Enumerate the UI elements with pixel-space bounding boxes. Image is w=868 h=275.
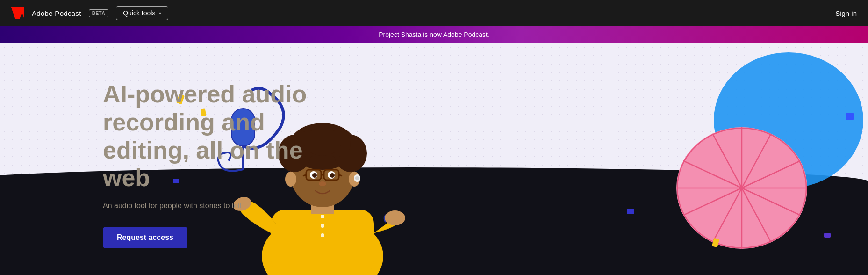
hero-title: AI-powered audio recording and editing, …	[103, 80, 346, 192]
mesh-svg	[676, 127, 807, 249]
navbar-left: Adobe Podcast BETA Quick tools ▾	[11, 6, 168, 20]
chevron-down-icon: ▾	[159, 11, 161, 16]
request-access-button[interactable]: Request access	[103, 227, 187, 248]
announcement-bar: Project Shasta is now Adobe Podcast.	[0, 26, 868, 43]
hero-content: AI-powered audio recording and editing, …	[103, 80, 346, 248]
brand-name: Adobe Podcast	[32, 9, 81, 17]
circle-pink-mesh	[676, 127, 807, 249]
hero-subtitle: An audio tool for people with stories to…	[103, 202, 346, 210]
confetti-blue-2	[627, 209, 634, 214]
beta-badge: BETA	[89, 9, 108, 17]
adobe-icon	[11, 7, 24, 19]
svg-point-34	[355, 176, 359, 180]
navbar: Adobe Podcast BETA Quick tools ▾ Sign in	[0, 0, 868, 26]
sign-in-link[interactable]: Sign in	[835, 9, 857, 17]
confetti-blue-corner	[846, 113, 854, 120]
quick-tools-button[interactable]: Quick tools ▾	[116, 6, 168, 20]
svg-point-41	[385, 210, 405, 225]
confetti-purple-1	[824, 233, 831, 238]
announcement-text: Project Shasta is now Adobe Podcast.	[379, 31, 489, 38]
adobe-logo	[11, 7, 24, 19]
hero-section: AI-powered audio recording and editing, …	[0, 43, 868, 275]
quick-tools-label: Quick tools	[123, 9, 155, 17]
